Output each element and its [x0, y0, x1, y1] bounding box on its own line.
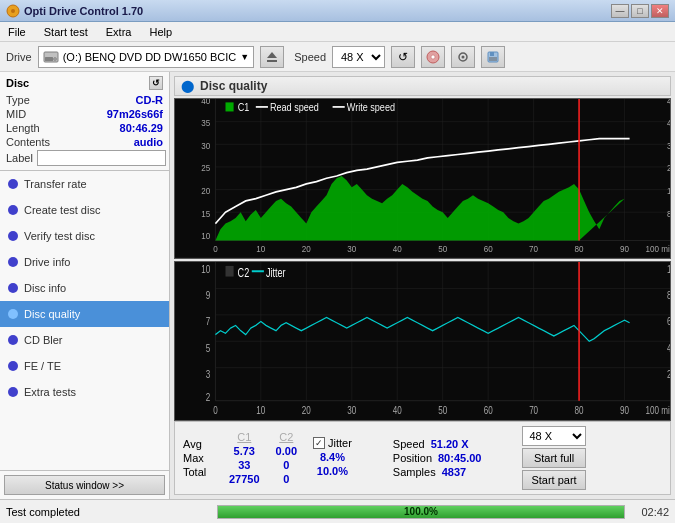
- svg-text:Jitter: Jitter: [266, 265, 286, 278]
- svg-text:15: 15: [201, 208, 210, 219]
- disc-button[interactable]: [421, 46, 445, 68]
- svg-marker-5: [267, 52, 277, 58]
- stats-speed-select[interactable]: 48 X 32 X 16 X: [522, 426, 585, 446]
- svg-text:4%: 4%: [667, 341, 670, 353]
- svg-text:50: 50: [438, 403, 447, 415]
- svg-text:30: 30: [201, 140, 210, 151]
- app-title: Opti Drive Control 1.70: [24, 5, 143, 17]
- svg-text:20: 20: [201, 186, 210, 197]
- transfer-rate-icon: [8, 179, 18, 189]
- jitter-checkbox[interactable]: ✓: [313, 437, 325, 449]
- type-value: CD-R: [136, 94, 164, 106]
- svg-point-8: [431, 55, 435, 59]
- toolbar: Drive (O:) BENQ DVD DD DW1650 BCIC ▼ Spe…: [0, 42, 675, 72]
- svg-point-10: [462, 55, 465, 58]
- svg-text:20: 20: [302, 243, 311, 254]
- contents-label: Contents: [6, 136, 50, 148]
- type-label: Type: [6, 94, 30, 106]
- maximize-button[interactable]: □: [631, 4, 649, 18]
- speed-select[interactable]: 48 X 32 X 16 X: [332, 46, 385, 68]
- svg-text:C1: C1: [238, 102, 250, 114]
- chart-panel: ⬤ Disc quality: [170, 72, 675, 499]
- svg-text:Read speed: Read speed: [270, 102, 319, 114]
- svg-text:10: 10: [201, 262, 210, 274]
- disc-panel: Disc ↺ Type CD-R MID 97m26s66f Length 80…: [0, 72, 169, 171]
- svg-text:25: 25: [201, 163, 210, 174]
- chart2-svg: 10 9 7 5 3 2 10% 8% 6% 4% 2% 0: [175, 262, 670, 421]
- svg-text:2: 2: [206, 390, 210, 402]
- svg-text:8 X: 8 X: [667, 208, 670, 219]
- svg-text:2%: 2%: [667, 368, 670, 380]
- contents-value: audio: [134, 136, 163, 148]
- sidebar-item-drive-info[interactable]: Drive info: [0, 249, 169, 275]
- svg-text:24 X: 24 X: [667, 163, 670, 174]
- svg-text:80: 80: [575, 243, 584, 254]
- mid-label: MID: [6, 108, 26, 120]
- total-c2: 0: [283, 473, 289, 485]
- svg-text:40: 40: [393, 403, 402, 415]
- svg-text:0: 0: [213, 243, 218, 254]
- status-bar: Test completed 100.0% 02:42: [0, 499, 675, 523]
- disc-mid-row: MID 97m26s66f: [6, 108, 163, 120]
- minimize-button[interactable]: —: [611, 4, 629, 18]
- speed-refresh-button[interactable]: ↺: [391, 46, 415, 68]
- svg-text:80: 80: [575, 403, 584, 415]
- verify-test-disc-icon: [8, 231, 18, 241]
- start-full-button[interactable]: Start full: [522, 448, 585, 468]
- sidebar-item-disc-info[interactable]: Disc info: [0, 275, 169, 301]
- settings-icon: [456, 50, 470, 64]
- sidebar-item-disc-quality[interactable]: Disc quality: [0, 301, 169, 327]
- svg-text:100 min: 100 min: [646, 403, 670, 415]
- drive-eject-button[interactable]: [260, 46, 284, 68]
- status-window-button[interactable]: Status window >>: [4, 475, 165, 495]
- menu-help[interactable]: Help: [145, 24, 176, 40]
- disc-icon: [426, 50, 440, 64]
- svg-text:5: 5: [206, 341, 210, 353]
- sidebar-item-fe-te[interactable]: FE / TE: [0, 353, 169, 379]
- status-text: Test completed: [6, 506, 209, 518]
- sidebar-item-create-test-disc[interactable]: Create test disc: [0, 197, 169, 223]
- settings-button[interactable]: [451, 46, 475, 68]
- transfer-rate-label: Transfer rate: [24, 178, 87, 190]
- svg-rect-102: [226, 265, 234, 276]
- svg-text:70: 70: [529, 243, 538, 254]
- menu-file[interactable]: File: [4, 24, 30, 40]
- jitter-checkbox-row[interactable]: ✓ Jitter: [313, 437, 352, 449]
- svg-text:40: 40: [201, 99, 210, 106]
- progress-container: 100.0%: [217, 505, 625, 519]
- max-jitter: 10.0%: [317, 465, 348, 477]
- sidebar-item-verify-test-disc[interactable]: Verify test disc: [0, 223, 169, 249]
- svg-text:10: 10: [256, 243, 265, 254]
- chart-header-icon: ⬤: [181, 79, 194, 93]
- stats-bar: Avg Max Total C1 5.73 33 27750 C2 0.00 0…: [174, 421, 671, 495]
- svg-text:6%: 6%: [667, 315, 670, 327]
- max-label: Max: [183, 452, 213, 464]
- svg-text:30: 30: [347, 243, 356, 254]
- save-button[interactable]: [481, 46, 505, 68]
- svg-text:90: 90: [620, 403, 629, 415]
- svg-point-4: [53, 57, 56, 60]
- sidebar-item-transfer-rate[interactable]: Transfer rate: [0, 171, 169, 197]
- cd-bler-icon: [8, 335, 18, 345]
- drive-selector[interactable]: (O:) BENQ DVD DD DW1650 BCIC ▼: [38, 46, 255, 68]
- content-area: ⬤ Disc quality: [170, 72, 675, 499]
- drive-dropdown-icon[interactable]: ▼: [240, 52, 249, 62]
- svg-text:Write speed: Write speed: [347, 102, 395, 114]
- start-part-button[interactable]: Start part: [522, 470, 585, 490]
- sidebar-item-cd-bler[interactable]: CD Bler: [0, 327, 169, 353]
- svg-rect-3: [45, 57, 53, 61]
- sidebar-item-extra-tests[interactable]: Extra tests: [0, 379, 169, 405]
- position-value: 80:45.00: [438, 452, 481, 464]
- disc-refresh-button[interactable]: ↺: [149, 76, 163, 90]
- drive-info-label: Drive info: [24, 256, 70, 268]
- menu-start-test[interactable]: Start test: [40, 24, 92, 40]
- fe-te-label: FE / TE: [24, 360, 61, 372]
- close-button[interactable]: ✕: [651, 4, 669, 18]
- extra-tests-icon: [8, 387, 18, 397]
- chart1: 40 35 30 25 20 15 10 48 X 40 X 32 X 24 X…: [174, 98, 671, 259]
- label-input[interactable]: [37, 150, 166, 166]
- menu-extra[interactable]: Extra: [102, 24, 136, 40]
- svg-text:100 min: 100 min: [646, 243, 670, 254]
- svg-text:30: 30: [347, 403, 356, 415]
- disc-header: Disc ↺: [6, 76, 163, 90]
